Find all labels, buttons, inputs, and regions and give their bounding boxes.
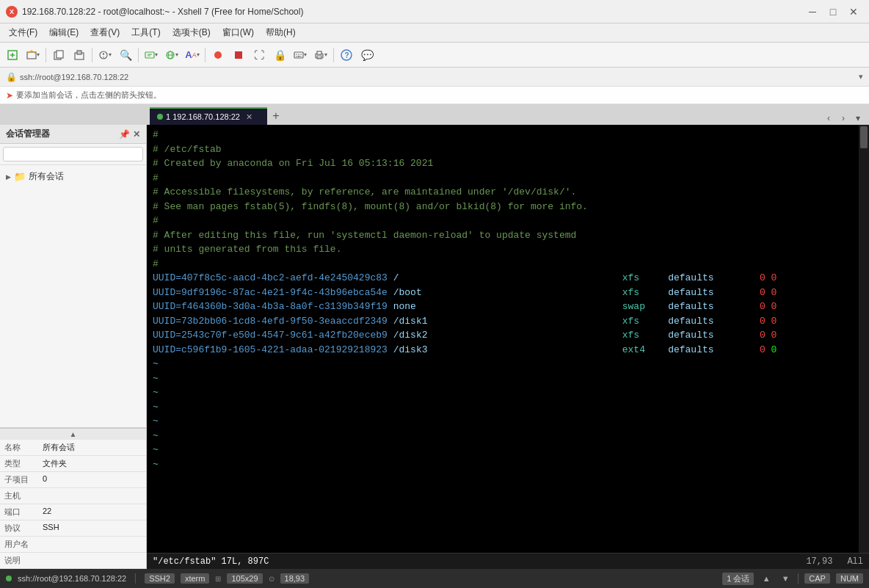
status-num: NUM [836,573,863,584]
tab-close-button[interactable]: ✕ [246,112,252,122]
menu-edit[interactable]: 编辑(E) [43,25,84,41]
prop-label-host: 主机 [0,488,38,504]
prop-label-description: 说明 [0,553,38,569]
prop-value-port: 22 [38,504,146,520]
menu-tabs[interactable]: 选项卡(B) [167,25,217,41]
svg-rect-27 [317,51,321,54]
svg-point-23 [296,56,297,57]
addr-text: ssh://root@192.168.70.128:22 [20,73,128,81]
maximize-button[interactable]: □ [823,4,843,20]
svg-point-25 [300,56,302,57]
titlebar: X 192.168.70.128:22 - root@localhost:~ -… [0,0,869,23]
hint-icon: ➤ [6,90,13,101]
prop-row-children: 子项目 0 [0,472,146,488]
tab-label: 1 192.168.70.128:22 [166,112,240,121]
status-right: 1 会话 ▲ ▼ CAP NUM [722,572,863,585]
status-sessions: 1 会话 [722,573,754,585]
close-panel-icon[interactable]: ✕ [133,129,140,139]
terminal-scrollbar-thumb [860,126,868,148]
props-scroll-up[interactable]: ▲ [0,428,146,440]
session-search-input[interactable] [3,147,143,161]
close-button[interactable]: ✕ [844,4,863,20]
terminal-area[interactable]: # # /etc/fstab # Created by anaconda on … [147,125,869,569]
session-tree: ▶ 📁 所有会话 [0,165,146,427]
status-encoding: xterm [181,573,210,584]
props-panel: ▲ 名称 所有会话 类型 文件夹 子项目 0 主机 [0,427,146,569]
session-panel-title: 会话管理器 [6,128,50,140]
tb-properties-dropdown[interactable]: ▾ [95,46,114,65]
prop-row-username: 用户名 [0,537,146,553]
tb-lock-button[interactable]: 🔒 [270,46,289,65]
tb-search-button[interactable]: 🔍 [116,46,135,65]
tb-sep-1 [46,48,46,62]
terminal-statusline: "/etc/fstab" 17L, 897C 17,93 All [147,553,869,569]
menu-view[interactable]: 查看(V) [84,25,126,41]
menubar: 文件(F) 编辑(E) 查看(V) 工具(T) 选项卡(B) 窗口(W) 帮助(… [0,23,869,43]
props-table: 名称 所有会话 类型 文件夹 子项目 0 主机 端口 22 [0,440,146,569]
menu-tools[interactable]: 工具(T) [126,25,166,41]
tb-paste-button[interactable] [70,46,89,65]
session-header-icons: 📌 ✕ [119,129,140,139]
addr-dropdown[interactable]: ▾ [859,72,863,81]
term-all: All [847,556,863,567]
terminal-scrollbar[interactable] [859,125,869,553]
prop-row-type: 类型 文件夹 [0,456,146,472]
tab-dot [157,114,163,120]
tb-sep-2 [92,48,92,62]
tb-font-dropdown[interactable]: AA ▾ [183,46,202,65]
folder-name: 所有会话 [29,170,64,183]
tb-globe-dropdown[interactable]: ▾ [162,46,181,65]
tb-red-circle-button[interactable] [208,46,228,65]
hintbar: ➤ 要添加当前会话，点击左侧的箭头按钮。 [0,87,869,104]
addressbar: 🔒 ssh://root@192.168.70.128:22 ▾ [0,68,869,87]
tab-nav-more[interactable]: ▾ [851,112,865,125]
session-header: 会话管理器 📌 ✕ [0,125,146,144]
status-protocol: SSH2 [145,573,175,584]
tb-help-button[interactable]: ? [337,46,356,65]
main-area: 会话管理器 📌 ✕ ▶ 📁 所有会话 ▲ 名称 所有会话 [0,125,869,569]
svg-rect-11 [145,52,154,58]
session-folder-all[interactable]: ▶ 📁 所有会话 [0,168,146,185]
svg-point-10 [103,57,104,58]
prop-value-children: 0 [38,472,146,488]
prop-value-host [38,488,146,504]
tb-sep-4 [205,48,206,62]
tab-add-button[interactable]: + [267,107,285,125]
menu-window[interactable]: 窗口(W) [217,25,260,41]
status-cap: CAP [804,573,830,584]
session-search [0,144,146,165]
terminal-content[interactable]: # # /etc/fstab # Created by anaconda on … [147,125,869,553]
pin-icon[interactable]: 📌 [119,129,130,139]
tb-sep-3 [138,48,139,62]
minimize-button[interactable]: ─ [803,4,822,20]
term-file-info: "/etc/fstab" 17L, 897C [153,556,269,567]
prop-label-name: 名称 [0,440,38,456]
menu-help[interactable]: 帮助(H) [260,25,302,41]
tb-copy-button[interactable] [49,46,68,65]
prop-value-name: 所有会话 [38,440,146,456]
menu-file[interactable]: 文件(F) [3,25,43,41]
tb-new-button[interactable] [3,46,22,65]
tb-open-dropdown[interactable]: ▾ [23,46,43,65]
prop-value-protocol: SSH [38,520,146,537]
status-resize-icon: ⊞ [215,575,221,583]
active-tab[interactable]: 1 192.168.70.128:22 ✕ [150,107,267,125]
svg-point-17 [214,51,222,59]
prop-row-name: 名称 所有会话 [0,440,146,456]
svg-rect-24 [298,56,300,57]
tab-nav-next[interactable]: › [837,112,850,125]
tb-print-dropdown[interactable]: ▾ [311,46,330,65]
tb-expand-button[interactable]: ⛶ [250,46,269,65]
tb-chat-button[interactable]: 💬 [357,46,377,65]
tab-nav-prev[interactable]: ‹ [822,112,835,125]
prop-row-protocol: 协议 SSH [0,520,146,537]
status-nav-down[interactable]: ▼ [779,572,792,585]
session-panel: 会话管理器 📌 ✕ ▶ 📁 所有会话 ▲ 名称 所有会话 [0,125,147,569]
tb-red-square-button[interactable] [229,46,248,65]
prop-label-protocol: 协议 [0,520,38,537]
tb-keyboard-dropdown[interactable]: ▾ [291,46,310,65]
status-nav-up[interactable]: ▲ [760,572,773,585]
tb-transfer-dropdown[interactable]: ▾ [142,46,161,65]
hint-text: 要添加当前会话，点击左侧的箭头按钮。 [16,90,161,101]
svg-point-20 [296,54,297,55]
